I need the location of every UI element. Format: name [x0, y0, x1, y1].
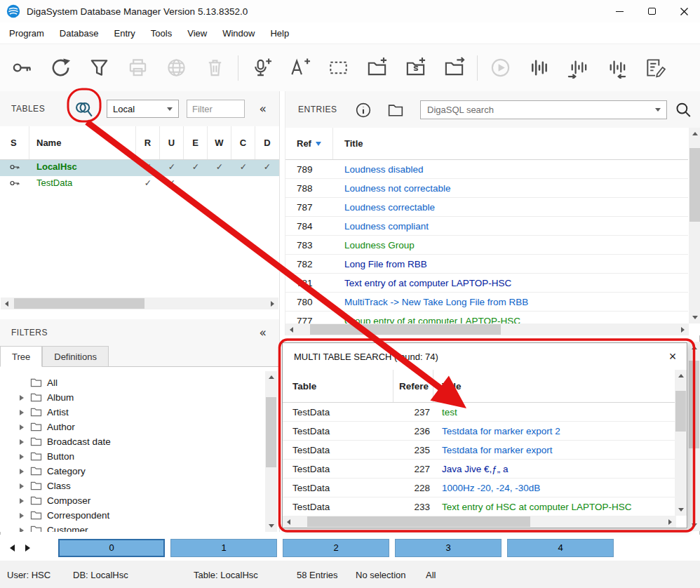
- tree-item-author[interactable]: Author: [0, 420, 267, 434]
- scrollbar-track[interactable]: [13, 298, 267, 309]
- new-audio-entry-icon[interactable]: [242, 51, 281, 86]
- scrollbar-thumb[interactable]: [14, 298, 144, 309]
- scrollbar-thumb[interactable]: [689, 361, 699, 448]
- column-header-e[interactable]: E: [184, 126, 208, 159]
- page-button-2[interactable]: 2: [283, 539, 389, 557]
- column-header-table[interactable]: Table: [283, 370, 393, 402]
- table-filter-input[interactable]: [187, 100, 245, 118]
- scrollbar-track[interactable]: [689, 140, 700, 312]
- filters-vertical-scrollbar[interactable]: [265, 371, 277, 532]
- sort-filter-icon[interactable]: [316, 142, 321, 146]
- entry-row[interactable]: 781Text entry of at computer LAPTOP-HSC: [285, 274, 688, 293]
- scroll-up-icon[interactable]: [689, 128, 700, 140]
- scroll-down-icon[interactable]: [265, 520, 277, 532]
- search-result-row[interactable]: TestData236Testdata for marker export 2: [283, 422, 675, 441]
- tree-item-artist[interactable]: Artist: [0, 405, 267, 420]
- entry-title[interactable]: Loudness not correctable: [333, 183, 688, 194]
- scrollbar-thumb[interactable]: [689, 148, 700, 222]
- new-folder-icon[interactable]: [358, 51, 396, 86]
- levels-in-icon[interactable]: [558, 51, 597, 86]
- search-window-close-button[interactable]: ×: [664, 348, 681, 365]
- expander-icon[interactable]: [20, 469, 24, 474]
- page-button-4[interactable]: 4: [507, 539, 614, 557]
- scroll-right-icon[interactable]: [267, 298, 278, 309]
- collapse-panel-button[interactable]: «: [260, 102, 267, 116]
- search-result-row[interactable]: TestData2281000Hz -20, -24, -30dB: [283, 479, 675, 497]
- column-header-r[interactable]: R: [136, 126, 160, 159]
- edit-log-icon[interactable]: [635, 51, 674, 86]
- scroll-up-icon[interactable]: [265, 371, 277, 383]
- entry-info-button[interactable]: [353, 100, 374, 121]
- entries-vertical-scrollbar[interactable]: [689, 128, 700, 323]
- column-header-w[interactable]: W: [208, 126, 231, 159]
- scroll-up-icon[interactable]: [688, 342, 700, 354]
- menu-tools[interactable]: Tools: [143, 25, 180, 41]
- tree-item-category[interactable]: Category: [0, 464, 267, 479]
- search-vertical-scrollbar[interactable]: [675, 370, 687, 516]
- tab-definitions[interactable]: Definitions: [42, 346, 109, 366]
- tree-item-all[interactable]: All: [0, 375, 267, 390]
- scroll-right-icon[interactable]: [677, 323, 689, 335]
- tree-item-class[interactable]: Class: [0, 479, 267, 493]
- tree-item-customer[interactable]: Customer: [0, 523, 267, 532]
- scroll-left-icon[interactable]: [1, 298, 13, 309]
- expander-icon[interactable]: [20, 410, 24, 415]
- search-result-row[interactable]: TestData235Testdata for marker export: [283, 441, 675, 460]
- menu-entry[interactable]: Entry: [107, 25, 143, 41]
- search-result-row[interactable]: TestData233Text entry of HSC at computer…: [283, 497, 675, 516]
- scrollbar-track[interactable]: [265, 383, 277, 520]
- scope-dropdown[interactable]: Local: [107, 100, 179, 118]
- collapse-filters-button[interactable]: «: [260, 326, 267, 340]
- expander-icon[interactable]: [20, 528, 24, 533]
- entry-row[interactable]: 777Group entry of at computer LAPTOP-HSC: [285, 312, 688, 323]
- expander-icon[interactable]: [20, 425, 24, 430]
- scroll-left-icon[interactable]: [285, 323, 297, 335]
- page-button-3[interactable]: 3: [395, 539, 502, 557]
- result-title[interactable]: Text entry of HSC at computer LAPTOP-HSC: [433, 502, 675, 512]
- scroll-down-icon[interactable]: [689, 312, 700, 323]
- scroll-down-icon[interactable]: [675, 504, 687, 516]
- refresh-icon[interactable]: [41, 51, 80, 86]
- multi-table-search-button[interactable]: [72, 98, 95, 121]
- maximize-button[interactable]: [635, 0, 668, 22]
- column-header-name[interactable]: Name: [29, 126, 136, 159]
- expander-icon[interactable]: [20, 454, 24, 460]
- result-title[interactable]: Testdata for marker export: [433, 445, 675, 455]
- tables-horizontal-scrollbar[interactable]: [1, 298, 278, 309]
- tree-item-button[interactable]: Button: [0, 449, 267, 464]
- menu-view[interactable]: View: [180, 25, 215, 41]
- scroll-up-icon[interactable]: [675, 370, 687, 382]
- entry-row[interactable]: 788Loudness not correctable: [285, 179, 688, 198]
- scrollbar-track[interactable]: [295, 516, 664, 528]
- expander-icon[interactable]: [20, 483, 24, 489]
- entry-title[interactable]: Loudness compliant: [333, 221, 688, 232]
- run-search-button[interactable]: [673, 100, 694, 121]
- scrollbar-track[interactable]: [297, 323, 677, 335]
- tree-item-album[interactable]: Album: [0, 390, 267, 405]
- menu-help[interactable]: Help: [262, 25, 297, 41]
- expander-icon[interactable]: [20, 439, 24, 445]
- close-button[interactable]: [668, 0, 700, 22]
- new-empty-entry-icon[interactable]: [319, 51, 358, 86]
- column-header-c[interactable]: C: [231, 126, 255, 159]
- result-title[interactable]: Java Jive €,ƒ„ a: [433, 464, 675, 474]
- column-header-reference[interactable]: Refere: [393, 370, 433, 402]
- menu-database[interactable]: Database: [52, 25, 107, 41]
- scroll-right-icon[interactable]: [664, 516, 676, 528]
- scroll-down-icon[interactable]: [688, 519, 700, 531]
- column-header-title[interactable]: Title: [433, 370, 675, 402]
- entries-horizontal-scrollbar[interactable]: [285, 323, 689, 335]
- page-button-1[interactable]: 1: [170, 539, 277, 557]
- entry-row[interactable]: 784Loudness compliant: [285, 217, 688, 236]
- entry-row[interactable]: 789Loudness disabled: [285, 160, 688, 179]
- new-text-entry-icon[interactable]: [281, 51, 319, 86]
- prev-page-button[interactable]: [4, 540, 20, 556]
- entry-title[interactable]: Loudness Group: [333, 240, 688, 250]
- scrollbar-thumb[interactable]: [310, 324, 501, 335]
- menu-window[interactable]: Window: [215, 25, 262, 41]
- expander-icon[interactable]: [20, 395, 24, 401]
- result-title[interactable]: test: [433, 407, 675, 417]
- levels-out-icon[interactable]: [597, 51, 635, 86]
- entry-title[interactable]: Group entry of at computer LAPTOP-HSC: [333, 316, 688, 324]
- entry-title[interactable]: Loudness disabled: [333, 164, 688, 175]
